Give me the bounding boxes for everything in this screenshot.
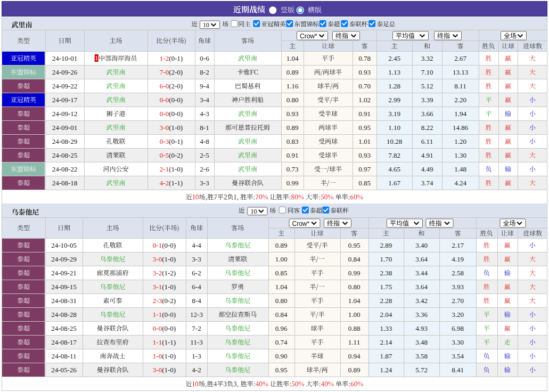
svg-text:24-09-26: 24-09-26 (52, 68, 78, 76)
svg-text:8-1: 8-1 (200, 124, 209, 132)
svg-text:1.87: 1.87 (380, 352, 392, 360)
svg-text:1.02: 1.02 (358, 96, 371, 104)
svg-text:0.95: 0.95 (348, 241, 360, 249)
svg-text:2.67: 2.67 (454, 54, 466, 62)
svg-text:24-08-18: 24-08-18 (52, 179, 78, 187)
svg-text:3-0: 3-0 (153, 366, 162, 374)
svg-text:1.48: 1.48 (454, 165, 466, 173)
svg-text:0-0: 0-0 (160, 96, 169, 104)
svg-text:Crow*: Crow* (300, 32, 317, 40)
svg-text:8.22: 8.22 (421, 124, 433, 132)
svg-text:0.91: 0.91 (358, 110, 371, 118)
svg-text:0-0: 0-0 (160, 110, 169, 118)
svg-text:1.20: 1.20 (454, 137, 466, 145)
svg-text:1.67: 1.67 (388, 179, 400, 187)
svg-text:(1-1): (1-1) (169, 179, 183, 187)
svg-text:24-09-22: 24-09-22 (52, 82, 78, 90)
svg-text:24-09-01: 24-09-01 (52, 124, 78, 132)
svg-text:1.00: 1.00 (348, 311, 360, 318)
svg-text:6.98: 6.98 (452, 324, 464, 332)
svg-text:24-08-17: 24-08-17 (51, 338, 77, 346)
svg-text:3-4: 3-4 (200, 96, 209, 104)
svg-text:4-2: 4-2 (160, 179, 169, 187)
svg-text:0.89: 0.89 (275, 241, 288, 249)
svg-text:0.80: 0.80 (275, 297, 288, 305)
svg-text:1.04: 1.04 (286, 54, 299, 62)
svg-text:0.83: 0.83 (286, 137, 299, 145)
svg-text:24-05-26: 24-05-26 (51, 366, 77, 374)
svg-text:0.93: 0.93 (358, 68, 371, 76)
svg-text:24-10-01: 24-10-01 (52, 54, 78, 62)
svg-text:2.58: 2.58 (452, 269, 464, 277)
svg-text:0.94: 0.94 (348, 352, 360, 360)
svg-text:(0-0): (0-0) (169, 110, 183, 118)
svg-text:14.86: 14.86 (453, 124, 469, 132)
svg-text:1.00: 1.00 (275, 255, 288, 263)
svg-text:24-08-29: 24-08-29 (52, 137, 78, 145)
svg-text:2-3: 2-3 (153, 297, 162, 305)
svg-text:3.36: 3.36 (415, 311, 428, 318)
svg-text:3-0: 3-0 (153, 255, 162, 263)
svg-text:0.89: 0.89 (286, 68, 299, 76)
svg-text:24-08-25: 24-08-25 (52, 151, 78, 159)
svg-text:24-08-28: 24-08-28 (51, 311, 77, 318)
svg-text:2.99: 2.99 (388, 96, 400, 104)
svg-text:(1-0): (1-0) (162, 283, 176, 291)
svg-text:1.04: 1.04 (348, 297, 360, 305)
svg-text:6-0: 6-0 (160, 82, 169, 90)
svg-text:4.65: 4.65 (388, 165, 400, 173)
svg-text:2.17: 2.17 (452, 241, 464, 249)
svg-text:0.88: 0.88 (348, 324, 360, 332)
svg-text:8-2: 8-2 (200, 68, 209, 76)
svg-text:1.70: 1.70 (380, 255, 392, 263)
svg-text:0.95: 0.95 (358, 124, 371, 132)
svg-text:1-1: 1-1 (153, 338, 162, 346)
svg-text:(2-0): (2-0) (169, 68, 183, 76)
svg-text:3.74: 3.74 (421, 179, 433, 187)
svg-text:1.30: 1.30 (454, 151, 466, 159)
svg-text:3-1: 3-1 (153, 283, 162, 291)
svg-text:3.44: 3.44 (415, 269, 428, 277)
svg-text:3.30: 3.30 (452, 338, 464, 346)
svg-text:24-09-12: 24-09-12 (52, 110, 78, 118)
svg-text:4.91: 4.91 (421, 151, 433, 159)
svg-text:(0-2): (0-2) (162, 297, 176, 305)
svg-text:0.91: 0.91 (286, 151, 299, 159)
svg-text:2.45: 2.45 (388, 54, 400, 62)
svg-text:0-5: 0-5 (160, 151, 169, 159)
svg-text:4-3: 4-3 (200, 110, 209, 118)
svg-text:(1-0): (1-0) (169, 124, 183, 132)
svg-text:Crow*: Crow* (292, 220, 310, 227)
svg-text:2.38: 2.38 (380, 269, 392, 277)
svg-text:1-1: 1-1 (153, 311, 162, 318)
svg-text:4-8: 4-8 (200, 137, 209, 145)
svg-text:3-3: 3-3 (192, 255, 201, 263)
svg-text:2.28: 2.28 (380, 297, 392, 305)
svg-text:3-2: 3-2 (153, 269, 162, 277)
svg-text:3.42: 3.42 (415, 297, 428, 305)
svg-text:3.93: 3.93 (452, 283, 464, 291)
svg-text:1.94: 1.94 (454, 110, 466, 118)
svg-text:24-08-11: 24-08-11 (51, 352, 76, 360)
svg-text:24-08-25: 24-08-25 (51, 324, 77, 332)
svg-text:7-2: 7-2 (192, 324, 201, 332)
svg-text:1.24: 1.24 (380, 366, 392, 374)
svg-text:1.01: 1.01 (358, 137, 371, 145)
svg-text:4.19: 4.19 (452, 255, 464, 263)
svg-text:2.89: 2.89 (380, 241, 392, 249)
svg-text:1-2: 1-2 (160, 54, 169, 62)
svg-text:4.49: 4.49 (421, 165, 433, 173)
svg-text:(0-0): (0-0) (169, 96, 183, 104)
svg-text:1-0: 1-0 (153, 352, 162, 360)
svg-text:0.89: 0.89 (348, 366, 360, 374)
svg-text:3.19: 3.19 (388, 110, 400, 118)
svg-text:8.11: 8.11 (454, 82, 466, 90)
svg-text:3.58: 3.58 (415, 352, 428, 360)
svg-text:7.10: 7.10 (421, 68, 433, 76)
svg-text:5.72: 5.72 (415, 366, 428, 374)
svg-text:0.90: 0.90 (275, 352, 288, 360)
svg-text:0-1: 0-1 (153, 241, 162, 249)
svg-text:0.74: 0.74 (275, 338, 288, 346)
svg-text:3.32: 3.32 (421, 54, 433, 62)
svg-text:0.84: 0.84 (348, 255, 360, 263)
